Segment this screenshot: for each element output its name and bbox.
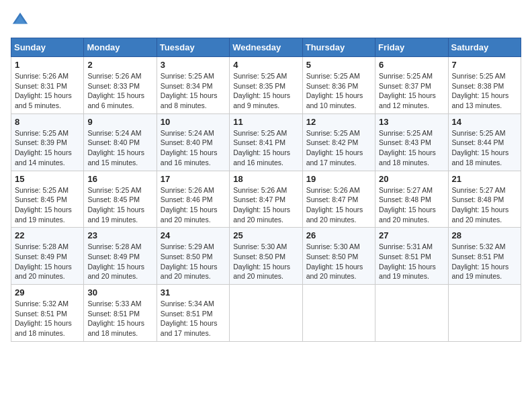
day-info: Sunrise: 5:28 AM Sunset: 8:49 PM Dayligh… [15, 242, 80, 281]
day-number: 15 [15, 174, 80, 184]
day-number: 12 [306, 117, 371, 127]
day-number: 2 [87, 60, 152, 70]
day-info: Sunrise: 5:30 AM Sunset: 8:50 PM Dayligh… [306, 242, 371, 281]
calendar-cell: 14 Sunrise: 5:25 AM Sunset: 8:44 PM Dayl… [448, 113, 521, 171]
calendar-cell: 23 Sunrise: 5:28 AM Sunset: 8:49 PM Dayl… [84, 228, 157, 285]
day-number: 3 [161, 60, 226, 70]
calendar-cell: 28 Sunrise: 5:32 AM Sunset: 8:51 PM Dayl… [448, 228, 521, 285]
day-info: Sunrise: 5:25 AM Sunset: 8:45 PM Dayligh… [87, 185, 152, 225]
calendar-cell: 31 Sunrise: 5:34 AM Sunset: 8:51 PM Dayl… [157, 285, 229, 342]
calendar-cell: 29 Sunrise: 5:32 AM Sunset: 8:51 PM Dayl… [11, 285, 84, 342]
day-number: 16 [87, 174, 152, 184]
calendar-cell: 12 Sunrise: 5:25 AM Sunset: 8:42 PM Dayl… [302, 113, 375, 171]
day-info: Sunrise: 5:27 AM Sunset: 8:48 PM Dayligh… [452, 185, 517, 225]
day-number: 7 [452, 60, 517, 70]
calendar-cell [375, 285, 448, 342]
day-number: 5 [306, 60, 371, 70]
day-info: Sunrise: 5:26 AM Sunset: 8:31 PM Dayligh… [15, 71, 80, 111]
day-info: Sunrise: 5:26 AM Sunset: 8:47 PM Dayligh… [306, 185, 371, 225]
calendar-cell: 2 Sunrise: 5:26 AM Sunset: 8:33 PM Dayli… [84, 57, 157, 114]
day-info: Sunrise: 5:25 AM Sunset: 8:42 PM Dayligh… [306, 128, 371, 168]
header-saturday: Saturday [448, 38, 521, 57]
calendar-cell: 4 Sunrise: 5:25 AM Sunset: 8:35 PM Dayli… [230, 57, 302, 114]
day-number: 6 [379, 60, 444, 70]
day-info: Sunrise: 5:26 AM Sunset: 8:46 PM Dayligh… [161, 185, 226, 225]
day-info: Sunrise: 5:25 AM Sunset: 8:43 PM Dayligh… [379, 128, 444, 168]
header-wednesday: Wednesday [230, 38, 302, 57]
day-number: 24 [161, 230, 226, 240]
calendar-cell: 27 Sunrise: 5:31 AM Sunset: 8:51 PM Dayl… [375, 228, 448, 285]
day-number: 22 [15, 230, 80, 240]
calendar-cell: 5 Sunrise: 5:25 AM Sunset: 8:36 PM Dayli… [302, 57, 375, 114]
calendar-cell: 15 Sunrise: 5:25 AM Sunset: 8:45 PM Dayl… [11, 171, 84, 228]
calendar-week-row: 8 Sunrise: 5:25 AM Sunset: 8:39 PM Dayli… [11, 113, 521, 171]
day-info: Sunrise: 5:32 AM Sunset: 8:51 PM Dayligh… [452, 242, 517, 281]
day-number: 9 [87, 117, 152, 127]
day-info: Sunrise: 5:24 AM Sunset: 8:40 PM Dayligh… [87, 128, 152, 168]
calendar-week-row: 29 Sunrise: 5:32 AM Sunset: 8:51 PM Dayl… [11, 285, 521, 342]
header-monday: Monday [84, 38, 157, 57]
day-info: Sunrise: 5:25 AM Sunset: 8:36 PM Dayligh… [306, 71, 371, 111]
day-number: 10 [161, 117, 226, 127]
day-number: 21 [452, 174, 517, 184]
calendar-week-row: 22 Sunrise: 5:28 AM Sunset: 8:49 PM Dayl… [11, 228, 521, 285]
logo-icon [11, 11, 30, 30]
calendar-cell [230, 285, 302, 342]
header-sunday: Sunday [11, 38, 84, 57]
calendar-week-row: 1 Sunrise: 5:26 AM Sunset: 8:31 PM Dayli… [11, 57, 521, 114]
day-info: Sunrise: 5:26 AM Sunset: 8:47 PM Dayligh… [233, 185, 298, 225]
day-number: 23 [87, 230, 152, 240]
calendar-cell [448, 285, 521, 342]
day-info: Sunrise: 5:34 AM Sunset: 8:51 PM Dayligh… [161, 299, 226, 338]
calendar-cell: 7 Sunrise: 5:25 AM Sunset: 8:38 PM Dayli… [448, 57, 521, 114]
day-number: 27 [379, 230, 444, 240]
day-info: Sunrise: 5:27 AM Sunset: 8:48 PM Dayligh… [379, 185, 444, 225]
day-info: Sunrise: 5:33 AM Sunset: 8:51 PM Dayligh… [87, 299, 152, 338]
day-number: 13 [379, 117, 444, 127]
header-tuesday: Tuesday [157, 38, 229, 57]
calendar-cell: 16 Sunrise: 5:25 AM Sunset: 8:45 PM Dayl… [84, 171, 157, 228]
day-info: Sunrise: 5:25 AM Sunset: 8:44 PM Dayligh… [452, 128, 517, 168]
day-number: 26 [306, 230, 371, 240]
calendar-cell: 18 Sunrise: 5:26 AM Sunset: 8:47 PM Dayl… [230, 171, 302, 228]
day-info: Sunrise: 5:25 AM Sunset: 8:38 PM Dayligh… [452, 71, 517, 111]
calendar-cell: 17 Sunrise: 5:26 AM Sunset: 8:46 PM Dayl… [157, 171, 229, 228]
day-info: Sunrise: 5:30 AM Sunset: 8:50 PM Dayligh… [233, 242, 298, 281]
day-info: Sunrise: 5:26 AM Sunset: 8:33 PM Dayligh… [87, 71, 152, 111]
calendar-cell: 30 Sunrise: 5:33 AM Sunset: 8:51 PM Dayl… [84, 285, 157, 342]
day-number: 20 [379, 174, 444, 184]
day-info: Sunrise: 5:25 AM Sunset: 8:37 PM Dayligh… [379, 71, 444, 111]
day-number: 31 [161, 287, 226, 298]
calendar-cell: 13 Sunrise: 5:25 AM Sunset: 8:43 PM Dayl… [375, 113, 448, 171]
calendar-cell: 25 Sunrise: 5:30 AM Sunset: 8:50 PM Dayl… [230, 228, 302, 285]
calendar-header-row: SundayMondayTuesdayWednesdayThursdayFrid… [11, 38, 521, 57]
calendar-cell: 26 Sunrise: 5:30 AM Sunset: 8:50 PM Dayl… [302, 228, 375, 285]
calendar-table: SundayMondayTuesdayWednesdayThursdayFrid… [11, 38, 521, 342]
calendar-cell: 20 Sunrise: 5:27 AM Sunset: 8:48 PM Dayl… [375, 171, 448, 228]
day-number: 18 [233, 174, 298, 184]
day-number: 1 [15, 60, 80, 70]
calendar-cell: 6 Sunrise: 5:25 AM Sunset: 8:37 PM Dayli… [375, 57, 448, 114]
day-info: Sunrise: 5:25 AM Sunset: 8:35 PM Dayligh… [233, 71, 298, 111]
calendar-cell: 10 Sunrise: 5:24 AM Sunset: 8:40 PM Dayl… [157, 113, 229, 171]
calendar-cell: 21 Sunrise: 5:27 AM Sunset: 8:48 PM Dayl… [448, 171, 521, 228]
calendar-cell [302, 285, 375, 342]
calendar-cell: 3 Sunrise: 5:25 AM Sunset: 8:34 PM Dayli… [157, 57, 229, 114]
day-info: Sunrise: 5:24 AM Sunset: 8:40 PM Dayligh… [161, 128, 226, 168]
calendar-cell: 19 Sunrise: 5:26 AM Sunset: 8:47 PM Dayl… [302, 171, 375, 228]
day-number: 30 [87, 287, 152, 298]
header-friday: Friday [375, 38, 448, 57]
day-info: Sunrise: 5:31 AM Sunset: 8:51 PM Dayligh… [379, 242, 444, 281]
calendar-cell: 24 Sunrise: 5:29 AM Sunset: 8:50 PM Dayl… [157, 228, 229, 285]
calendar-cell: 1 Sunrise: 5:26 AM Sunset: 8:31 PM Dayli… [11, 57, 84, 114]
day-info: Sunrise: 5:28 AM Sunset: 8:49 PM Dayligh… [87, 242, 152, 281]
calendar-cell: 11 Sunrise: 5:25 AM Sunset: 8:41 PM Dayl… [230, 113, 302, 171]
day-number: 8 [15, 117, 80, 127]
calendar-cell: 9 Sunrise: 5:24 AM Sunset: 8:40 PM Dayli… [84, 113, 157, 171]
day-number: 11 [233, 117, 298, 127]
day-info: Sunrise: 5:25 AM Sunset: 8:45 PM Dayligh… [15, 185, 80, 225]
day-info: Sunrise: 5:25 AM Sunset: 8:34 PM Dayligh… [161, 71, 226, 111]
calendar-week-row: 15 Sunrise: 5:25 AM Sunset: 8:45 PM Dayl… [11, 171, 521, 228]
day-info: Sunrise: 5:32 AM Sunset: 8:51 PM Dayligh… [15, 299, 80, 338]
calendar-cell: 8 Sunrise: 5:25 AM Sunset: 8:39 PM Dayli… [11, 113, 84, 171]
